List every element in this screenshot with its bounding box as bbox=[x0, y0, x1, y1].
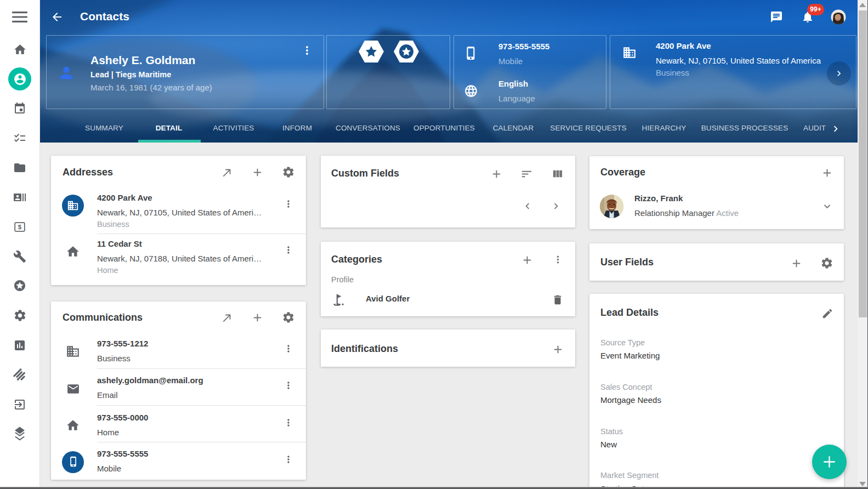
svg-text:$: $ bbox=[18, 224, 22, 230]
